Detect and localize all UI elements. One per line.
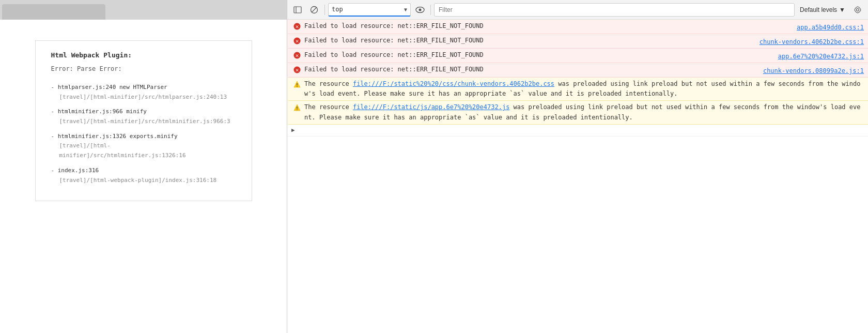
stack-method: index.js:316 xyxy=(58,167,99,174)
svg-text:✕: ✕ xyxy=(296,52,299,59)
devtools-toolbar: top ▼ Default levels ▼ xyxy=(287,0,868,20)
toolbar-separator-1 xyxy=(324,5,325,15)
stack-bullet: - xyxy=(51,108,58,115)
console-output[interactable]: ✕Failed to load resource: net::ERR_FILE_… xyxy=(287,20,868,333)
console-message[interactable]: !The resource file:///F:/static%20%20/cs… xyxy=(287,78,868,101)
svg-text:✕: ✕ xyxy=(296,67,299,73)
browser-tabs xyxy=(0,0,287,20)
expand-arrow[interactable]: ▶ xyxy=(291,126,295,135)
error-stack: - htmlparser.js:240 new HTMLParser[trave… xyxy=(51,83,236,185)
console-message[interactable]: ✕Failed to load resource: net::ERR_FILE_… xyxy=(287,49,868,63)
stack-method: htmlminifier.js:1326 exports.minify xyxy=(58,133,178,140)
console-prompt-row: ▶ xyxy=(287,125,868,137)
svg-text:✕: ✕ xyxy=(296,23,299,30)
warning-icon: ! xyxy=(293,103,301,112)
svg-text:✕: ✕ xyxy=(296,38,299,44)
left-panel: Html Webpack Plugin: Error: Parse Error:… xyxy=(0,0,287,333)
stack-location: [travel]/[html-minifier]/src/htmlparser.… xyxy=(51,93,236,102)
stack-bullet: - xyxy=(51,84,58,90)
svg-rect-0 xyxy=(294,7,301,13)
svg-text:!: ! xyxy=(296,106,298,111)
error-box: Html Webpack Plugin: Error: Parse Error:… xyxy=(35,40,252,201)
chevron-down-icon: ▼ xyxy=(404,7,407,12)
error-icon: ✕ xyxy=(293,22,301,31)
console-message[interactable]: ✕Failed to load resource: net::ERR_FILE_… xyxy=(287,34,868,49)
error-subtitle: Error: Parse Error: xyxy=(51,65,236,72)
chevron-down-icon-levels: ▼ xyxy=(839,6,845,13)
context-selector-text: top xyxy=(332,6,402,13)
context-selector[interactable]: top ▼ xyxy=(328,3,411,17)
resource-link[interactable]: file:///F:/static/js/app.6e7%20%20e4732.… xyxy=(353,103,509,111)
block-button[interactable] xyxy=(307,3,321,17)
settings-gear-button[interactable] xyxy=(850,3,865,17)
svg-point-6 xyxy=(857,8,859,11)
message-content: Failed to load resource: net::ERR_FILE_N… xyxy=(304,36,754,46)
message-source[interactable]: app.a5b49dd0.css:1 xyxy=(797,23,864,32)
stack-item: - htmlparser.js:240 new HTMLParser[trave… xyxy=(51,83,236,102)
console-message[interactable]: ✕Failed to load resource: net::ERR_FILE_… xyxy=(287,63,868,78)
stack-method: htmlminifier.js:966 minify xyxy=(58,108,147,115)
browser-tab[interactable] xyxy=(2,4,105,20)
message-content: The resource file:///F:/static%20%20/css… xyxy=(304,79,864,99)
filter-input[interactable] xyxy=(434,3,795,17)
console-message[interactable]: !The resource file:///F:/static/js/app.6… xyxy=(287,101,868,124)
stack-item: - htmlminifier.js:1326 exports.minify[tr… xyxy=(51,132,236,161)
svg-line-3 xyxy=(312,7,317,12)
message-content: The resource file:///F:/static/js/app.6e… xyxy=(304,102,864,122)
message-content: Failed to load resource: net::ERR_FILE_N… xyxy=(304,21,792,31)
stack-item: - index.js:316[travel]/[html-webpack-plu… xyxy=(51,166,236,185)
stack-bullet: - xyxy=(51,133,58,140)
eye-button[interactable] xyxy=(413,3,427,17)
resource-link[interactable]: file:///F:/static%20%20/css/chunk-vendor… xyxy=(353,80,554,87)
message-source[interactable]: chunk-vendors.08099a2e.js:1 xyxy=(763,66,864,75)
sidebar-toggle-button[interactable] xyxy=(290,3,305,17)
default-levels-button[interactable]: Default levels ▼ xyxy=(797,3,848,17)
error-icon: ✕ xyxy=(293,51,301,59)
page-content: Html Webpack Plugin: Error: Parse Error:… xyxy=(0,20,287,333)
error-title: Html Webpack Plugin: xyxy=(51,51,236,59)
message-source[interactable]: app.6e7%20%20e4732.js:1 xyxy=(778,52,864,61)
stack-item: - htmlminifier.js:966 minify[travel]/[ht… xyxy=(51,107,236,126)
warning-icon: ! xyxy=(293,80,301,88)
stack-location: [travel]/[html-minifier]/src/htmlminifie… xyxy=(51,141,236,160)
stack-bullet: - xyxy=(51,167,58,174)
toolbar-separator-2 xyxy=(430,5,431,15)
message-content: Failed to load resource: net::ERR_FILE_N… xyxy=(304,50,773,60)
console-message[interactable]: ✕Failed to load resource: net::ERR_FILE_… xyxy=(287,20,868,34)
levels-label: Default levels xyxy=(800,6,837,13)
error-icon: ✕ xyxy=(293,37,301,45)
stack-method: htmlparser.js:240 new HTMLParser xyxy=(58,84,167,90)
message-content: Failed to load resource: net::ERR_FILE_N… xyxy=(304,65,758,74)
svg-point-5 xyxy=(419,8,422,11)
stack-location: [travel]/[html-webpack-plugin]/index.js:… xyxy=(51,176,236,186)
svg-text:!: ! xyxy=(296,83,298,88)
error-icon: ✕ xyxy=(293,66,301,74)
stack-location: [travel]/[html-minifier]/src/htmlminifie… xyxy=(51,117,236,127)
devtools-panel: top ▼ Default levels ▼ ✕Failed to load r… xyxy=(287,0,868,333)
message-source[interactable]: chunk-vendors.4062b2be.css:1 xyxy=(760,37,864,47)
